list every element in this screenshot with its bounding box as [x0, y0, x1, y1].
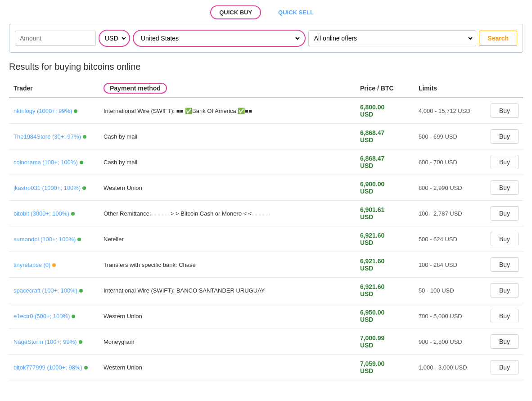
action-cell: Buy — [486, 303, 523, 329]
limits-cell: 500 - 699 USD — [414, 124, 486, 149]
online-status-dot — [52, 263, 56, 267]
online-status-dot — [84, 366, 88, 369]
price-cell: 6,921.60USD — [356, 226, 414, 252]
buy-button[interactable]: Buy — [491, 360, 518, 374]
buy-button[interactable]: Buy — [491, 155, 518, 169]
table-row: tinyrelapse (0)Transfers with specific b… — [9, 252, 523, 278]
trader-link[interactable]: nktrilogy (1000+; 99%) — [14, 108, 72, 114]
col-header-trader: Trader — [9, 79, 99, 98]
online-status-dot — [79, 340, 82, 344]
table-row: spacecraft (100+; 100%)International Wir… — [9, 278, 523, 303]
price-cell: 6,901.61USD — [356, 201, 414, 226]
trader-link[interactable]: jkastro031 (1000+; 100%) — [14, 185, 81, 191]
results-title: Results for buying bitcoins online — [9, 62, 523, 72]
online-status-dot — [74, 109, 77, 113]
trader-link[interactable]: tinyrelapse (0) — [14, 261, 50, 268]
payment-method-cell: Cash by mail — [99, 124, 356, 149]
action-cell: Buy — [486, 201, 523, 226]
search-bar: USD EUR GBP CAD AUD United States United… — [15, 30, 517, 47]
action-cell: Buy — [486, 226, 523, 252]
country-selector-wrapper: United States United Kingdom Canada Aust… — [133, 30, 306, 47]
quick-sell-tab[interactable]: QUICK SELL — [270, 5, 322, 19]
table-row: e1ectr0 (500+; 100%)Western Union6,950.0… — [9, 303, 523, 329]
search-bar-container: USD EUR GBP CAD AUD United States United… — [9, 24, 523, 53]
trader-link[interactable]: bitobit (3000+; 100%) — [14, 210, 69, 217]
price-cell: 6,868.47USD — [356, 124, 414, 149]
payment-method-label: Payment method — [104, 83, 167, 94]
limits-cell: 700 - 5,000 USD — [414, 303, 486, 329]
buy-button[interactable]: Buy — [491, 180, 518, 195]
limits-cell: 100 - 2,787 USD — [414, 201, 486, 226]
payment-method-cell: International Wire (SWIFT): BANCO SANTAN… — [99, 278, 356, 303]
price-cell: 7,059.00USD — [356, 355, 414, 380]
limits-cell: 600 - 700 USD — [414, 149, 486, 175]
col-header-price: Price / BTC — [356, 79, 414, 98]
col-header-limits: Limits — [414, 79, 486, 98]
col-header-action — [486, 79, 523, 98]
payment-method-cell: Cash by mail — [99, 149, 356, 175]
search-button[interactable]: Search — [479, 31, 517, 46]
payment-method-cell: Western Union — [99, 175, 356, 201]
price-cell: 6,900.00USD — [356, 175, 414, 201]
trader-link[interactable]: bitok777999 (1000+; 98%) — [14, 364, 82, 371]
buy-button[interactable]: Buy — [491, 232, 518, 246]
table-row: The1984Store (30+; 97%)Cash by mail6,868… — [9, 124, 523, 149]
payment-method-cell: Western Union — [99, 303, 356, 329]
trader-link[interactable]: e1ectr0 (500+; 100%) — [14, 313, 70, 320]
online-status-dot — [77, 238, 81, 241]
trader-link[interactable]: NagaStorm (100+; 99%) — [14, 338, 77, 345]
table-header-row: Trader Payment method Price / BTC Limits — [9, 79, 523, 98]
action-cell: Buy — [486, 124, 523, 149]
buy-button[interactable]: Buy — [491, 206, 518, 221]
action-cell: Buy — [486, 278, 523, 303]
price-cell: 6,921.60USD — [356, 278, 414, 303]
buy-button[interactable]: Buy — [491, 257, 518, 272]
col-header-payment: Payment method — [99, 79, 356, 98]
table-row: bitobit (3000+; 100%)Other Remittance: -… — [9, 201, 523, 226]
payment-method-cell: Moneygram — [99, 329, 356, 355]
limits-cell: 800 - 2,990 USD — [414, 175, 486, 201]
buy-button[interactable]: Buy — [491, 283, 518, 297]
online-status-dot — [80, 161, 83, 164]
online-status-dot — [83, 135, 86, 139]
currency-select[interactable]: USD EUR GBP CAD AUD — [101, 32, 127, 45]
quick-buy-tab[interactable]: QUICK BUY — [210, 5, 261, 19]
currency-selector-wrapper: USD EUR GBP CAD AUD — [99, 30, 130, 47]
table-row: coinorama (100+; 100%)Cash by mail6,868.… — [9, 149, 523, 175]
limits-cell: 4,000 - 15,712 USD — [414, 98, 486, 124]
payment-method-cell: International Wire (SWIFT): ■■ ✅Bank Of … — [99, 98, 356, 124]
table-row: sumondpi (100+; 100%)Neteller6,921.60USD… — [9, 226, 523, 252]
limits-cell: 500 - 624 USD — [414, 226, 486, 252]
trader-link[interactable]: coinorama (100+; 100%) — [14, 159, 78, 166]
limits-cell: 1,000 - 3,000 USD — [414, 355, 486, 380]
online-status-dot — [72, 315, 75, 318]
online-status-dot — [82, 186, 86, 190]
table-row: nktrilogy (1000+; 99%)International Wire… — [9, 98, 523, 124]
buy-button[interactable]: Buy — [491, 309, 518, 323]
amount-input[interactable] — [15, 31, 96, 46]
table-row: bitok777999 (1000+; 98%)Western Union7,0… — [9, 355, 523, 380]
price-cell: 6,800.00USD — [356, 98, 414, 124]
limits-cell: 100 - 284 USD — [414, 252, 486, 278]
action-cell: Buy — [486, 355, 523, 380]
action-cell: Buy — [486, 98, 523, 124]
online-status-dot — [79, 289, 83, 293]
price-cell: 6,950.00USD — [356, 303, 414, 329]
tab-bar: QUICK BUY QUICK SELL — [0, 0, 532, 19]
buy-button[interactable]: Buy — [491, 334, 518, 349]
trader-link[interactable]: The1984Store (30+; 97%) — [14, 133, 81, 140]
online-status-dot — [71, 212, 75, 216]
payment-method-cell: Western Union — [99, 355, 356, 380]
table-row: jkastro031 (1000+; 100%)Western Union6,9… — [9, 175, 523, 201]
action-cell: Buy — [486, 329, 523, 355]
table-row: NagaStorm (100+; 99%)Moneygram7,000.99US… — [9, 329, 523, 355]
trader-link[interactable]: sumondpi (100+; 100%) — [14, 236, 76, 243]
country-select[interactable]: United States United Kingdom Canada Aust… — [137, 32, 301, 45]
buy-button[interactable]: Buy — [491, 129, 518, 144]
buy-button[interactable]: Buy — [491, 104, 518, 118]
action-cell: Buy — [486, 149, 523, 175]
action-cell: Buy — [486, 175, 523, 201]
trader-link[interactable]: spacecraft (100+; 100%) — [14, 287, 77, 294]
payment-method-cell: Other Remittance: - - - - - > > Bitcoin … — [99, 201, 356, 226]
offers-select[interactable]: All online offers Cash deposit Western U… — [311, 32, 474, 45]
